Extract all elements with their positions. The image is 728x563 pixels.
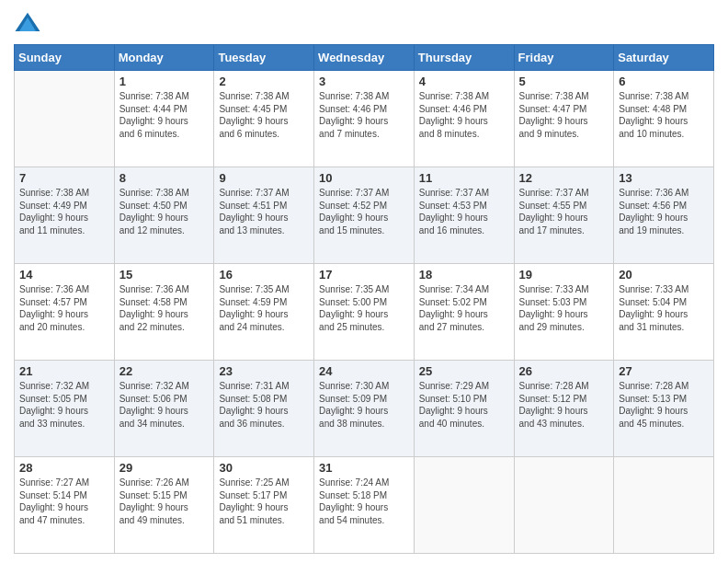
calendar-cell: 24Sunrise: 7:30 AM Sunset: 5:09 PM Dayli…: [314, 361, 415, 457]
calendar-cell: 4Sunrise: 7:38 AM Sunset: 4:46 PM Daylig…: [414, 71, 514, 167]
calendar-cell: 25Sunrise: 7:29 AM Sunset: 5:10 PM Dayli…: [414, 361, 514, 457]
calendar-cell: 3Sunrise: 7:38 AM Sunset: 4:46 PM Daylig…: [314, 71, 415, 167]
col-header-wednesday: Wednesday: [314, 45, 415, 71]
col-header-thursday: Thursday: [414, 45, 514, 71]
calendar-cell: 20Sunrise: 7:33 AM Sunset: 5:04 PM Dayli…: [614, 264, 714, 361]
calendar-cell: 6Sunrise: 7:38 AM Sunset: 4:48 PM Daylig…: [614, 71, 714, 167]
calendar-week-row: 14Sunrise: 7:36 AM Sunset: 4:57 PM Dayli…: [15, 264, 714, 361]
calendar-cell: [414, 457, 514, 554]
calendar-cell: 11Sunrise: 7:37 AM Sunset: 4:53 PM Dayli…: [414, 167, 514, 264]
day-number: 3: [319, 75, 409, 88]
col-header-sunday: Sunday: [15, 45, 115, 71]
calendar-cell: 26Sunrise: 7:28 AM Sunset: 5:12 PM Dayli…: [514, 361, 614, 457]
day-number: 25: [419, 364, 509, 378]
calendar-cell: [15, 71, 115, 167]
calendar-cell: 10Sunrise: 7:37 AM Sunset: 4:52 PM Dayli…: [314, 167, 415, 264]
calendar-cell: 22Sunrise: 7:32 AM Sunset: 5:06 PM Dayli…: [114, 361, 214, 457]
day-number: 18: [419, 268, 509, 282]
day-number: 19: [519, 268, 609, 282]
calendar-table: SundayMondayTuesdayWednesdayThursdayFrid…: [14, 44, 714, 554]
day-content: Sunrise: 7:36 AM Sunset: 4:58 PM Dayligh…: [119, 283, 210, 333]
day-number: 13: [619, 171, 709, 185]
calendar-cell: 21Sunrise: 7:32 AM Sunset: 5:05 PM Dayli…: [15, 361, 115, 457]
day-content: Sunrise: 7:30 AM Sunset: 5:09 PM Dayligh…: [319, 380, 409, 430]
day-number: 12: [519, 171, 609, 185]
day-content: Sunrise: 7:29 AM Sunset: 5:10 PM Dayligh…: [419, 380, 509, 430]
day-content: Sunrise: 7:32 AM Sunset: 5:05 PM Dayligh…: [19, 380, 109, 430]
day-number: 16: [219, 268, 309, 282]
page: SundayMondayTuesdayWednesdayThursdayFrid…: [0, 0, 728, 563]
day-content: Sunrise: 7:38 AM Sunset: 4:44 PM Dayligh…: [119, 90, 210, 140]
calendar-week-row: 7Sunrise: 7:38 AM Sunset: 4:49 PM Daylig…: [15, 167, 714, 264]
calendar-cell: [614, 457, 714, 554]
calendar-cell: 15Sunrise: 7:36 AM Sunset: 4:58 PM Dayli…: [114, 264, 214, 361]
day-number: 26: [519, 364, 609, 378]
day-number: 10: [319, 171, 409, 185]
col-header-monday: Monday: [114, 45, 214, 71]
calendar-cell: 23Sunrise: 7:31 AM Sunset: 5:08 PM Dayli…: [214, 361, 314, 457]
day-content: Sunrise: 7:38 AM Sunset: 4:46 PM Dayligh…: [419, 90, 509, 140]
day-content: Sunrise: 7:24 AM Sunset: 5:18 PM Dayligh…: [319, 477, 409, 526]
day-number: 15: [119, 268, 210, 282]
day-number: 11: [419, 171, 509, 185]
day-number: 8: [119, 171, 210, 185]
calendar-cell: 7Sunrise: 7:38 AM Sunset: 4:49 PM Daylig…: [15, 167, 115, 264]
day-content: Sunrise: 7:37 AM Sunset: 4:52 PM Dayligh…: [319, 187, 409, 236]
calendar-cell: 8Sunrise: 7:38 AM Sunset: 4:50 PM Daylig…: [114, 167, 214, 264]
calendar-cell: 18Sunrise: 7:34 AM Sunset: 5:02 PM Dayli…: [414, 264, 514, 361]
day-content: Sunrise: 7:38 AM Sunset: 4:49 PM Dayligh…: [19, 187, 109, 236]
day-number: 30: [219, 461, 309, 475]
day-content: Sunrise: 7:38 AM Sunset: 4:46 PM Dayligh…: [319, 90, 409, 140]
col-header-tuesday: Tuesday: [214, 45, 314, 71]
calendar-cell: 31Sunrise: 7:24 AM Sunset: 5:18 PM Dayli…: [314, 457, 415, 554]
day-content: Sunrise: 7:35 AM Sunset: 4:59 PM Dayligh…: [219, 283, 309, 333]
calendar-cell: 14Sunrise: 7:36 AM Sunset: 4:57 PM Dayli…: [15, 264, 115, 361]
day-number: 6: [619, 75, 709, 88]
calendar-cell: 28Sunrise: 7:27 AM Sunset: 5:14 PM Dayli…: [15, 457, 115, 554]
day-number: 9: [219, 171, 309, 185]
day-content: Sunrise: 7:38 AM Sunset: 4:45 PM Dayligh…: [219, 90, 309, 140]
day-number: 17: [319, 268, 409, 282]
day-number: 23: [219, 364, 309, 378]
day-content: Sunrise: 7:35 AM Sunset: 5:00 PM Dayligh…: [319, 283, 409, 333]
day-number: 27: [619, 364, 709, 378]
day-number: 14: [19, 268, 109, 282]
calendar-cell: 13Sunrise: 7:36 AM Sunset: 4:56 PM Dayli…: [614, 167, 714, 264]
day-number: 31: [319, 461, 409, 475]
day-content: Sunrise: 7:26 AM Sunset: 5:15 PM Dayligh…: [119, 477, 210, 526]
calendar-cell: 5Sunrise: 7:38 AM Sunset: 4:47 PM Daylig…: [514, 71, 614, 167]
day-number: 2: [219, 75, 309, 88]
calendar-cell: 30Sunrise: 7:25 AM Sunset: 5:17 PM Dayli…: [214, 457, 314, 554]
calendar-cell: 9Sunrise: 7:37 AM Sunset: 4:51 PM Daylig…: [214, 167, 314, 264]
col-header-friday: Friday: [514, 45, 614, 71]
calendar-cell: 12Sunrise: 7:37 AM Sunset: 4:55 PM Dayli…: [514, 167, 614, 264]
calendar-cell: 2Sunrise: 7:38 AM Sunset: 4:45 PM Daylig…: [214, 71, 314, 167]
calendar-week-row: 1Sunrise: 7:38 AM Sunset: 4:44 PM Daylig…: [15, 71, 714, 167]
calendar-cell: [514, 457, 614, 554]
day-number: 22: [119, 364, 210, 378]
day-content: Sunrise: 7:34 AM Sunset: 5:02 PM Dayligh…: [419, 283, 509, 333]
calendar-week-row: 28Sunrise: 7:27 AM Sunset: 5:14 PM Dayli…: [15, 457, 714, 554]
day-content: Sunrise: 7:25 AM Sunset: 5:17 PM Dayligh…: [219, 477, 309, 526]
day-content: Sunrise: 7:37 AM Sunset: 4:51 PM Dayligh…: [219, 187, 309, 236]
day-number: 29: [119, 461, 210, 475]
day-content: Sunrise: 7:33 AM Sunset: 5:04 PM Dayligh…: [619, 283, 709, 333]
day-content: Sunrise: 7:32 AM Sunset: 5:06 PM Dayligh…: [119, 380, 210, 430]
day-content: Sunrise: 7:28 AM Sunset: 5:13 PM Dayligh…: [619, 380, 709, 430]
col-header-saturday: Saturday: [614, 45, 714, 71]
day-number: 4: [419, 75, 509, 88]
day-number: 24: [319, 364, 409, 378]
calendar-cell: 19Sunrise: 7:33 AM Sunset: 5:03 PM Dayli…: [514, 264, 614, 361]
day-content: Sunrise: 7:38 AM Sunset: 4:47 PM Dayligh…: [519, 90, 609, 140]
day-number: 7: [19, 171, 109, 185]
calendar-header-row: SundayMondayTuesdayWednesdayThursdayFrid…: [15, 45, 714, 71]
calendar-cell: 29Sunrise: 7:26 AM Sunset: 5:15 PM Dayli…: [114, 457, 214, 554]
day-number: 20: [619, 268, 709, 282]
logo-icon: [14, 9, 41, 37]
calendar-cell: 27Sunrise: 7:28 AM Sunset: 5:13 PM Dayli…: [614, 361, 714, 457]
day-number: 21: [19, 364, 109, 378]
day-content: Sunrise: 7:27 AM Sunset: 5:14 PM Dayligh…: [19, 477, 109, 526]
logo: [14, 9, 45, 37]
calendar-cell: 1Sunrise: 7:38 AM Sunset: 4:44 PM Daylig…: [114, 71, 214, 167]
day-number: 1: [119, 75, 210, 88]
